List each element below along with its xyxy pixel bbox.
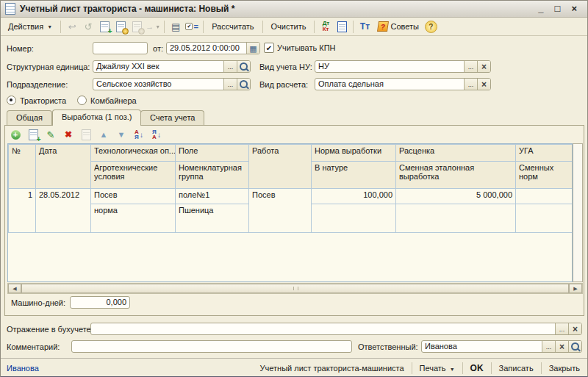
- arrow-up-icon: ▲: [100, 130, 108, 139]
- structural-unit-label: Структурная единица:: [7, 62, 90, 71]
- reflection-input[interactable]: ... ×: [90, 323, 582, 335]
- clear-button[interactable]: Очистить: [267, 20, 311, 33]
- cell-date[interactable]: 28.05.2012: [36, 189, 91, 233]
- ellipsis-icon: ...: [546, 344, 552, 350]
- comment-input[interactable]: [71, 340, 352, 353]
- cell-nomgroup[interactable]: Пшеница: [176, 204, 249, 233]
- register-records-button[interactable]: [334, 20, 349, 33]
- dtkt-postings-button[interactable]: ДтКт: [318, 20, 333, 33]
- end-edit-icon: [82, 129, 91, 140]
- ellipsis-icon: ...: [228, 64, 234, 70]
- cell-norm[interactable]: 100,000: [312, 189, 396, 204]
- settings-list-button[interactable]: ✔ =: [184, 20, 199, 33]
- status-user: Иванова: [7, 364, 39, 373]
- tab-output[interactable]: Выработка (1 поз.): [52, 109, 141, 126]
- choose-button[interactable]: ...: [223, 79, 237, 90]
- cell-shiftoutput[interactable]: [396, 204, 516, 233]
- sort-asc-button[interactable]: АЯ ↓: [132, 128, 146, 141]
- delete-row-button[interactable]: ✖: [61, 128, 76, 141]
- end-edit-button[interactable]: [79, 128, 93, 141]
- sort-desc-button[interactable]: ЯА ↓: [149, 128, 164, 141]
- clear-field-button[interactable]: ×: [477, 79, 490, 90]
- cell-agro[interactable]: норма: [91, 204, 176, 233]
- choose-button[interactable]: ...: [223, 61, 237, 72]
- structural-unit-input[interactable]: Джайляу XXI век ...: [93, 60, 251, 73]
- tips-button[interactable]: ? Советы: [373, 19, 423, 34]
- ok-button[interactable]: OK: [469, 362, 485, 374]
- refresh-button[interactable]: ↺: [81, 20, 96, 33]
- horizontal-scrollbar[interactable]: ◀ ▶: [7, 283, 583, 294]
- clear-field-button[interactable]: ×: [555, 341, 568, 352]
- radio-combine[interactable]: Комбайнера: [77, 96, 137, 105]
- maximize-button[interactable]: □: [555, 2, 561, 15]
- actions-menu-button[interactable]: Действия ▼: [4, 20, 57, 33]
- vertical-scrollbar[interactable]: [573, 143, 583, 282]
- scrollbar-thumb[interactable]: [21, 284, 569, 293]
- close-window-button[interactable]: Закрыть: [548, 363, 581, 373]
- open-button[interactable]: [568, 341, 581, 352]
- open-button[interactable]: [237, 61, 250, 72]
- close-button[interactable]: ×: [571, 2, 577, 15]
- main-toolbar: Действия ▼ ↩ ↺ + → ▼ ▤ ✔ = Рассчитать Оч…: [1, 18, 587, 36]
- date-input[interactable]: 29.05.2012 0:00:00 ▦: [166, 42, 260, 54]
- choose-button[interactable]: ...: [542, 341, 555, 352]
- chevron-down-icon: ▼: [47, 24, 52, 29]
- move-up-button[interactable]: ▲: [96, 128, 111, 141]
- add-row-button[interactable]: +: [8, 128, 23, 141]
- unpost-document-button[interactable]: [129, 20, 144, 33]
- chevron-down-icon: ▼: [155, 24, 160, 29]
- machine-days-input[interactable]: 0,000: [70, 296, 130, 309]
- recalculate-button[interactable]: Рассчитать: [207, 20, 258, 33]
- copy-add-button[interactable]: +: [97, 20, 112, 33]
- tips-book-icon: ?: [377, 21, 389, 32]
- radio-tractor[interactable]: Тракториста: [7, 96, 66, 105]
- scroll-right-button[interactable]: ▶: [569, 284, 582, 293]
- cell-field[interactable]: поле№1: [176, 189, 249, 204]
- cell-num[interactable]: 1: [9, 189, 36, 233]
- help-button[interactable]: ?: [425, 21, 437, 33]
- minimize-button[interactable]: _: [538, 2, 543, 15]
- calendar-button[interactable]: ▦: [246, 43, 259, 54]
- print-button[interactable]: Печать ▼: [418, 363, 456, 373]
- col-header-field: Поле: [176, 145, 249, 162]
- scroll-left-button[interactable]: ◀: [8, 284, 21, 293]
- cell-uga[interactable]: [516, 189, 573, 204]
- open-button[interactable]: [237, 79, 250, 90]
- choose-button[interactable]: ...: [464, 61, 477, 72]
- calc-kind-input[interactable]: Оплата сдельная ... ×: [315, 78, 491, 90]
- cell-innature[interactable]: [312, 204, 396, 233]
- cell-shiftnorms[interactable]: [516, 204, 573, 233]
- save-button[interactable]: Записать: [498, 363, 535, 373]
- post-document-button[interactable]: [113, 20, 128, 33]
- totals-settings-button[interactable]: Тт: [357, 20, 372, 33]
- kpn-checkbox[interactable]: ✔ Учитывать КПН: [264, 43, 336, 53]
- unpost-document-icon: [132, 21, 142, 32]
- department-input[interactable]: Сельское хозяйство ...: [93, 78, 251, 90]
- arrow-right-icon: ▶: [573, 286, 577, 292]
- reread-button[interactable]: ↩: [65, 20, 79, 33]
- col-header-agro: Агротехнические условия: [91, 162, 176, 189]
- window-title: Учетный лист тракториста - машиниста: Но…: [20, 4, 234, 14]
- move-down-button[interactable]: ▼: [114, 128, 129, 141]
- go-to-button[interactable]: → ▼: [146, 20, 160, 33]
- tab-accounts[interactable]: Счета учета: [140, 110, 204, 125]
- document-structure-button[interactable]: ▤: [168, 20, 183, 33]
- col-header-norm: Норма выработки: [312, 145, 396, 162]
- cell-operation[interactable]: Посев: [91, 189, 176, 204]
- cell-rate[interactable]: 5 000,000: [396, 189, 516, 204]
- toolbar-separator: [164, 21, 165, 33]
- copy-row-button[interactable]: +: [26, 128, 40, 141]
- responsible-input[interactable]: Иванова ... ×: [421, 340, 582, 353]
- edit-row-button[interactable]: ✎: [43, 128, 58, 141]
- choose-button[interactable]: ...: [555, 323, 568, 334]
- choose-button[interactable]: ...: [464, 79, 477, 90]
- chevron-down-icon: ▼: [450, 367, 455, 372]
- cell-work[interactable]: Посев: [249, 189, 312, 233]
- tab-general[interactable]: Общая: [7, 110, 52, 125]
- nu-kind-input[interactable]: НУ ... ×: [315, 60, 491, 73]
- clear-field-button[interactable]: ×: [568, 323, 581, 334]
- number-input[interactable]: [93, 42, 148, 54]
- date-from-label: от:: [153, 44, 163, 53]
- clear-field-button[interactable]: ×: [477, 61, 490, 72]
- clear-x-icon: ×: [573, 326, 578, 332]
